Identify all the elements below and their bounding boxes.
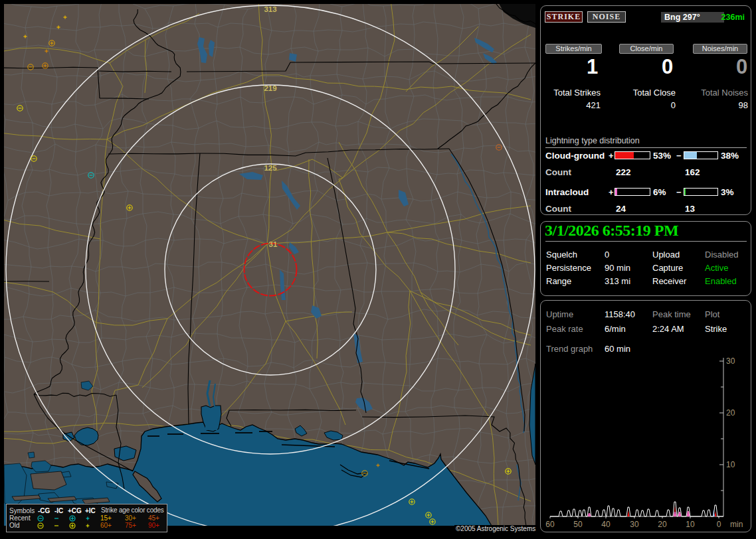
svg-text:50: 50: [573, 520, 583, 529]
svg-text:min: min: [730, 520, 743, 529]
svg-text:40: 40: [601, 520, 611, 529]
svg-text:125: 125: [264, 164, 277, 172]
svg-text:219: 219: [264, 84, 276, 92]
svg-text:10: 10: [726, 460, 735, 469]
svg-text:313: 313: [264, 5, 276, 13]
svg-text:0: 0: [717, 520, 721, 529]
svg-text:60: 60: [545, 520, 555, 529]
svg-text:20: 20: [658, 520, 667, 529]
svg-text:30: 30: [630, 520, 639, 529]
svg-text:20: 20: [726, 408, 735, 418]
svg-text:30: 30: [726, 356, 735, 366]
svg-text:10: 10: [686, 520, 695, 529]
svg-text:31: 31: [269, 240, 278, 248]
